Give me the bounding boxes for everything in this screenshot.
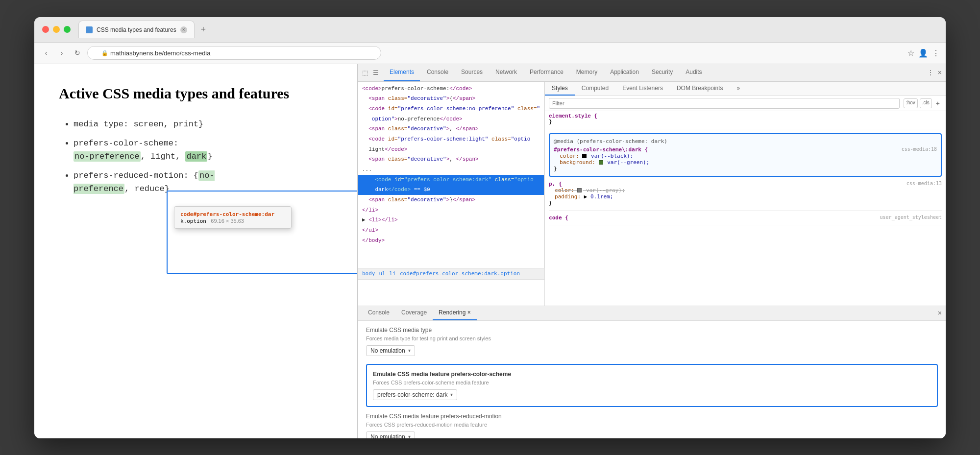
more-icon[interactable]: ⋮ (927, 69, 934, 76)
p-padding-val: 0.1rem; (590, 193, 613, 200)
color-scheme-select[interactable]: prefers-color-scheme: dark ▾ (373, 389, 457, 400)
maximize-button[interactable] (64, 26, 71, 33)
emulate-media-desc: Forces media type for testing print and … (366, 335, 938, 341)
back-button[interactable]: ‹ (40, 47, 52, 59)
webpage-blue-highlight (167, 191, 358, 274)
tab-audits[interactable]: Audits (680, 64, 708, 82)
no-preference-highlight: no-preference (74, 151, 141, 162)
tab-security[interactable]: Security (646, 64, 679, 82)
list-item-media: media type: screen, print} (74, 118, 333, 131)
reduced-motion-value: No emulation (370, 433, 405, 438)
styles-tab-styles[interactable]: Styles (545, 82, 575, 96)
elem-span-brace: <span class="decorative">{</span> (358, 94, 544, 104)
p-selector-line: p, { css-media:13 (549, 181, 942, 187)
styles-tab-event-listeners[interactable]: Event Listeners (615, 82, 670, 96)
page-heading: Active CSS media types and features (59, 84, 333, 103)
color-scheme-emulate-section: Emulate CSS media feature prefers-color-… (366, 364, 938, 407)
active-tab[interactable]: CSS media types and features × (78, 21, 195, 38)
reduced-motion-desc: Forces CSS prefers-reduced-motion media … (366, 422, 938, 428)
dark-selector-text: #prefers-color-scheme\:dark { (554, 146, 648, 153)
address-input[interactable]: 🔒 mathiasbynens.be/demo/css-media (87, 46, 381, 60)
tab-console[interactable]: Console (421, 64, 454, 82)
tab-close-button[interactable]: × (180, 26, 187, 33)
reduced-motion-arrow: ▾ (408, 434, 411, 438)
tab-elements[interactable]: Elements (384, 64, 420, 82)
title-bar: CSS media types and features × + (34, 17, 946, 43)
add-style-button[interactable]: + (934, 98, 942, 108)
dark-close: } (554, 166, 937, 172)
devtools-tabs: ⬚ ☰ Elements Console Sources Network Per… (358, 64, 946, 82)
color-prop: color: (560, 153, 579, 159)
color-scheme-title: Emulate CSS media feature prefers-color-… (373, 371, 931, 378)
p-selector: p, { (549, 181, 562, 187)
breadcrumb: body ul li code#prefers-color-scheme:dar… (358, 268, 544, 280)
color-scheme-label: prefers-color-scheme: (74, 139, 178, 148)
element-style-selector: element.style { (549, 113, 597, 119)
elements-tree: <code>prefers-color-scheme:</code> <span… (358, 82, 544, 268)
elem-li-empty: ▶ <li></li> (358, 215, 544, 225)
close-devtools-icon[interactable]: × (938, 69, 942, 76)
forward-button[interactable]: › (56, 47, 68, 59)
elements-section: <code>prefers-color-scheme:</code> <span… (358, 82, 545, 306)
tab-sources[interactable]: Sources (455, 64, 489, 82)
minimize-button[interactable] (53, 26, 60, 33)
close-button[interactable] (42, 26, 49, 33)
black-swatch (582, 154, 587, 158)
media-at-rule: @media (prefers-color-scheme: dark) (554, 138, 937, 144)
reduced-motion-select[interactable]: No emulation ▾ (366, 431, 415, 438)
elem-dots: ... (358, 165, 544, 175)
profile-icon[interactable]: 👤 (918, 48, 928, 58)
bottom-tab-console[interactable]: Console (362, 306, 395, 320)
tab-network[interactable]: Network (490, 64, 523, 82)
hov-button[interactable]: :hov (904, 98, 918, 108)
emulate-media-arrow: ▾ (408, 348, 411, 353)
elem-ul-close: </ul> (358, 225, 544, 236)
new-tab-button[interactable]: + (196, 23, 210, 36)
reduced-motion-title: Emulate CSS media feature prefers-reduce… (366, 413, 938, 420)
styles-tab-more[interactable]: » (730, 82, 747, 96)
tab-memory[interactable]: Memory (570, 64, 603, 82)
emulate-media-value: No emulation (370, 347, 405, 354)
breadcrumb-body[interactable]: body (362, 270, 375, 277)
elem-code-light: <code id="prefers-color-scheme:light" cl… (358, 134, 544, 144)
elem-code-dark-selected2[interactable]: dark</code> == $0 (358, 185, 544, 195)
tab-performance[interactable]: Performance (524, 64, 569, 82)
styles-tab-dom-breakpoints[interactable]: DOM Breakpoints (670, 82, 730, 96)
bottom-panel-close[interactable]: × (938, 309, 942, 317)
tab-application[interactable]: Application (604, 64, 645, 82)
styles-panel: Styles Computed Event Listeners DOM Brea… (545, 82, 946, 306)
bottom-tab-rendering[interactable]: Rendering × (433, 306, 477, 320)
color-val: var(--black); (591, 153, 633, 159)
element-tooltip: code#prefers-color-scheme:dar k.option 6… (174, 206, 292, 229)
menu-icon[interactable]: ⋮ (932, 48, 940, 58)
breadcrumb-code[interactable]: code#prefers-color-scheme:dark.option (400, 270, 520, 277)
code-selector-line: code { user_agent_stylesheet (549, 215, 942, 221)
bottom-tabs-bar: Console Coverage Rendering × × (358, 306, 946, 321)
p-padding-prop-name: padding: (555, 193, 581, 200)
reduced-motion-label: prefers-reduced-motion: (74, 171, 194, 180)
media-label: media type: (74, 120, 133, 129)
refresh-button[interactable]: ↻ (72, 47, 83, 59)
breadcrumb-ul[interactable]: ul (379, 270, 386, 277)
feature-list: media type: screen, print} prefers-color… (59, 118, 333, 196)
media-rule-highlight: @media (prefers-color-scheme: dark) #pre… (549, 133, 942, 177)
emulate-media-select[interactable]: No emulation ▾ (366, 345, 415, 356)
tab-bar: CSS media types and features × + (78, 21, 938, 38)
device-icon[interactable]: ☰ (373, 69, 379, 76)
elem-code-prefers: <code>prefers-color-scheme:</code> (358, 84, 544, 94)
styles-filter-input[interactable] (549, 98, 900, 109)
emulate-media-title: Emulate CSS media type (366, 327, 938, 334)
cls-button[interactable]: .cls (920, 98, 932, 108)
elem-code-dark-selected[interactable]: <code id="prefers-color-scheme:dark" cla… (358, 175, 544, 185)
styles-content: element.style { } @media (prefers-color-… (545, 111, 946, 306)
list-item-color-scheme: prefers-color-scheme: no-preference, lig… (74, 137, 333, 163)
bookmark-icon[interactable]: ☆ (907, 48, 914, 58)
inspector-icon[interactable]: ⬚ (362, 69, 368, 76)
bg-val: var(--green); (607, 159, 649, 166)
p-source: css-media:13 (906, 181, 942, 186)
p-color-prop-name: color: (555, 187, 574, 193)
breadcrumb-li[interactable]: li (390, 270, 396, 277)
bottom-tab-coverage[interactable]: Coverage (395, 306, 433, 320)
styles-tab-computed[interactable]: Computed (575, 82, 615, 96)
elem-li-close: </li> (358, 205, 544, 216)
